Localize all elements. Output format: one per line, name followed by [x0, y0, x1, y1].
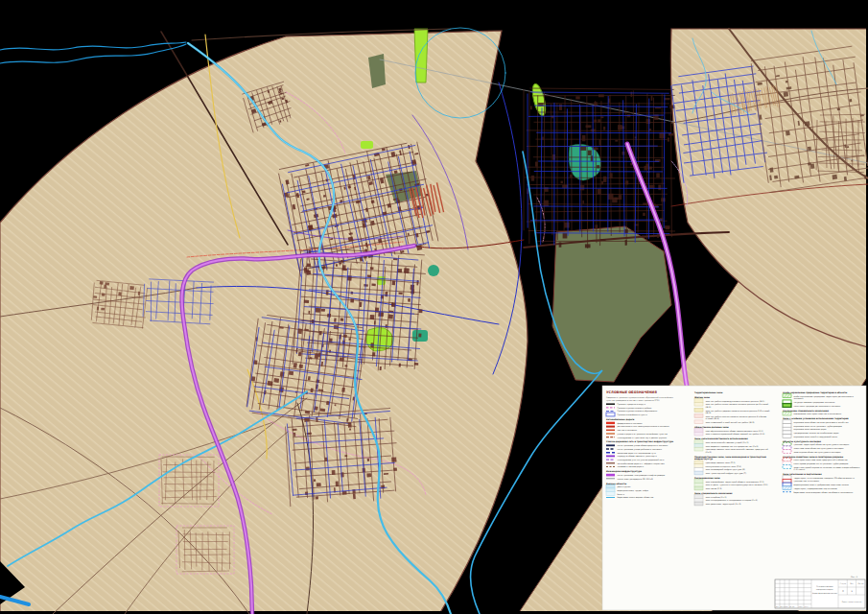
legend-section-header: Улично-дорожная сеть и транспортная инфр… — [606, 440, 674, 443]
legend-swatch — [606, 492, 615, 496]
legend-swatch — [694, 402, 703, 406]
legend-swatch — [694, 420, 703, 424]
legend-swatch — [783, 442, 791, 446]
river-northwest-2 — [0, 44, 186, 63]
legend-swatch — [783, 465, 791, 469]
teal-patch-small — [428, 265, 439, 276]
legend-section-header: Автомобильные дороги — [606, 418, 635, 421]
legend-section-header: Инженерная инфраструктура — [606, 470, 642, 473]
legend-swatch — [694, 498, 703, 502]
legend-swatch — [694, 495, 703, 499]
legend-swatch — [783, 394, 791, 398]
legend-swatch — [694, 447, 703, 451]
legend-swatch — [606, 488, 615, 492]
legend-swatch — [783, 424, 791, 428]
legend-swatch — [694, 414, 703, 418]
legend-swatch — [783, 461, 791, 465]
legend-section-header: Территориальные зоны — [694, 391, 722, 394]
legend-swatch — [783, 412, 791, 415]
legend-swatch — [783, 483, 791, 486]
legend-section-header: Санитарно-защитные зоны и санитарные раз… — [783, 456, 843, 459]
chartreuse-small-2 — [361, 141, 373, 149]
legend-swatch — [783, 427, 791, 431]
legend-swatch — [783, 486, 791, 490]
legend-panel: УСЛОВНЫЕ ОБОЗНАЧЕНИЯСведения о границах … — [602, 386, 866, 610]
legend-swatch — [783, 446, 791, 450]
legend-swatch — [783, 458, 791, 461]
legend-swatch — [783, 431, 791, 435]
legend-swatch — [606, 484, 615, 488]
legend-title: УСЛОВНЫЕ ОБОЗНАЧЕНИЯ — [606, 390, 657, 394]
top-margin — [0, 0, 868, 27]
legend-swatch — [783, 420, 791, 424]
legend-swatch — [694, 409, 703, 413]
legend-swatch — [694, 480, 703, 484]
river-northwest — [0, 42, 186, 50]
legend-swatch — [783, 404, 791, 408]
land-circle-east — [670, 29, 868, 347]
legend-swatch — [694, 440, 703, 444]
legend-swatch — [694, 467, 703, 471]
forest-area — [552, 226, 671, 382]
legend-section-header: Особо охраняемые природные территории и … — [783, 391, 847, 394]
legend-swatch — [783, 476, 791, 480]
legend-swatch — [694, 444, 703, 448]
legend-section-header: Зоны с особыми условиями использования т… — [783, 417, 849, 420]
legend-swatch — [783, 479, 791, 483]
legend-swatch — [694, 460, 703, 464]
legend-swatch — [606, 413, 615, 416]
legend-swatch — [694, 432, 703, 436]
general-plan-map[interactable]: УСЛОВНЫЕ ОБОЗНАЧЕНИЯСведения о границах … — [0, 0, 868, 614]
legend-swatch — [694, 502, 703, 506]
title-block: Лист 2Генеральный плангородского округа.… — [775, 576, 865, 608]
legend-swatch — [783, 450, 791, 454]
legend-swatch — [694, 429, 703, 433]
legend-swatch — [694, 399, 703, 403]
legend-swatch — [694, 471, 703, 475]
chartreuse-blob — [530, 83, 549, 117]
legend-section-header: Объекты культурного наследия — [783, 440, 821, 443]
legend-swatch — [694, 486, 703, 490]
chartreuse-strip — [414, 29, 428, 83]
legend-swatch — [783, 435, 791, 438]
map-sheet[interactable]: УСЛОВНЫЕ ОБОЗНАЧЕНИЯСведения о границах … — [0, 0, 868, 614]
legend-swatch — [694, 483, 703, 486]
legend-swatch — [694, 464, 703, 468]
